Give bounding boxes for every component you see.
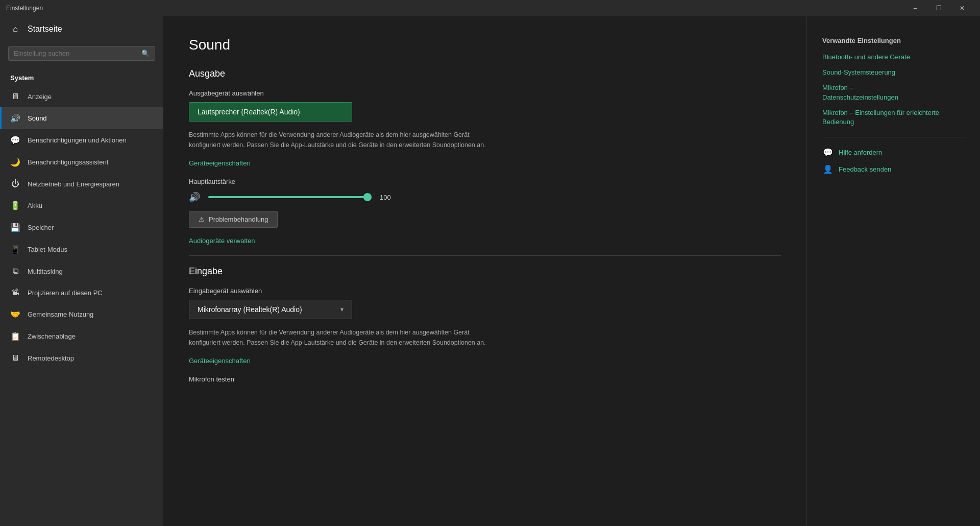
project-icon: 📽 xyxy=(10,288,20,297)
app-body: ⌂ Startseite 🔍 System 🖥 Anzeige 🔊 Sound … xyxy=(0,16,980,526)
sidebar-section-title: System xyxy=(0,69,163,86)
sidebar-item-gemeinsame[interactable]: 🤝 Gemeinsame Nutzung xyxy=(0,303,163,325)
volume-value: 100 xyxy=(380,194,395,201)
sidebar-item-label: Speicher xyxy=(28,224,54,231)
sidebar-item-label: Akku xyxy=(28,202,42,209)
slider-thumb[interactable] xyxy=(363,193,372,201)
sidebar-item-label: Projizieren auf diesen PC xyxy=(28,289,103,297)
right-panel: Verwandte Einstellungen Bluetooth- und a… xyxy=(806,16,980,526)
sidebar-item-label: Sound xyxy=(28,114,47,122)
sidebar-item-label: Gemeinsame Nutzung xyxy=(28,310,93,318)
feedback-link: Feedback senden xyxy=(839,165,891,173)
hilfe-link: Hilfe anfordern xyxy=(839,149,882,156)
sidebar-item-projizieren[interactable]: 📽 Projizieren auf diesen PC xyxy=(0,282,163,303)
problem-button[interactable]: ⚠ Problembehandlung xyxy=(189,211,278,228)
search-input[interactable] xyxy=(14,50,141,57)
sidebar-item-label: Remotedesktop xyxy=(28,354,74,362)
output-device-name: Lautsprecher (Realtek(R) Audio) xyxy=(198,108,300,116)
sidebar-item-benachrichtigungen[interactable]: 💬 Benachrichtigungen und Aktionen xyxy=(0,129,163,151)
page-title: Sound xyxy=(189,37,781,53)
volume-icon: 🔊 xyxy=(189,192,200,203)
sidebar-search-box[interactable]: 🔍 xyxy=(8,46,155,61)
display-icon: 🖥 xyxy=(10,92,20,101)
related-link-mikrofon-erleichtert[interactable]: Mikrofon – Einstellungen für erleichtert… xyxy=(822,108,965,127)
tablet-icon: 📱 xyxy=(10,245,20,254)
input-device-label: Eingabegerät auswählen xyxy=(189,287,781,295)
titlebar: Einstellungen – ❐ ✕ xyxy=(0,0,980,16)
volume-section: Hauptlautstärke 🔊 100 xyxy=(189,178,781,203)
related-action-feedback[interactable]: 👤 Feedback senden xyxy=(822,164,965,174)
sidebar-item-multitasking[interactable]: ⧉ Multitasking xyxy=(0,260,163,282)
input-device-properties-link[interactable]: Geräteeigenschaften xyxy=(189,357,251,365)
output-device-label: Ausgabegerät auswählen xyxy=(189,89,781,97)
search-icon: 🔍 xyxy=(141,50,150,57)
sharing-icon: 🤝 xyxy=(10,309,20,319)
minimize-button[interactable]: – xyxy=(903,0,927,16)
close-button[interactable]: ✕ xyxy=(950,0,974,16)
volume-slider[interactable] xyxy=(208,196,372,198)
sidebar: ⌂ Startseite 🔍 System 🖥 Anzeige 🔊 Sound … xyxy=(0,16,163,526)
sound-icon: 🔊 xyxy=(10,113,20,123)
related-divider xyxy=(822,137,965,137)
titlebar-title: Einstellungen xyxy=(6,5,903,12)
help-icon: 💬 xyxy=(822,148,834,157)
problem-button-label: Problembehandlung xyxy=(209,216,268,223)
assistant-icon: 🌙 xyxy=(10,157,20,167)
related-title: Verwandte Einstellungen xyxy=(822,37,965,44)
sidebar-item-zwischenablage[interactable]: 📋 Zwischenablage xyxy=(0,325,163,347)
sidebar-item-akku[interactable]: 🔋 Akku xyxy=(0,195,163,217)
chevron-down-icon: ▾ xyxy=(340,306,344,313)
feedback-icon: 👤 xyxy=(822,164,834,174)
sidebar-item-netzbetrieb[interactable]: ⏻ Netzbetrieb und Energiesparen xyxy=(0,173,163,195)
multitasking-icon: ⧉ xyxy=(10,267,20,276)
related-link-bluetooth[interactable]: Bluetooth- und andere Geräte xyxy=(822,53,965,62)
related-action-hilfe[interactable]: 💬 Hilfe anfordern xyxy=(822,148,965,157)
sidebar-item-speicher[interactable]: 💾 Speicher xyxy=(0,217,163,238)
input-description: Bestimmte Apps können für die Verwendung… xyxy=(189,327,495,348)
sidebar-home-label: Startseite xyxy=(28,25,62,34)
sidebar-item-label: Tablet-Modus xyxy=(28,246,67,253)
sidebar-item-label: Anzeige xyxy=(28,93,52,101)
input-device-name: Mikrofonarray (Realtek(R) Audio) xyxy=(198,305,302,314)
sidebar-item-label: Netzbetrieb und Energiesparen xyxy=(28,180,119,188)
related-link-mikrofon-datenschutz[interactable]: Mikrofon –Datenschutzeinstellungen xyxy=(822,83,965,102)
clipboard-icon: 📋 xyxy=(10,331,20,341)
sidebar-item-label: Benachrichtigungen und Aktionen xyxy=(28,136,127,144)
storage-icon: 💾 xyxy=(10,223,20,232)
warning-icon: ⚠ xyxy=(199,216,205,223)
notifications-icon: 💬 xyxy=(10,135,20,145)
sidebar-item-anzeige[interactable]: 🖥 Anzeige xyxy=(0,86,163,107)
battery-icon: 🔋 xyxy=(10,201,20,210)
volume-row: 🔊 100 xyxy=(189,192,781,203)
power-icon: ⏻ xyxy=(10,179,20,188)
sidebar-item-label: Zwischenablage xyxy=(28,332,76,340)
sidebar-item-benachrichtigungsassistent[interactable]: 🌙 Benachrichtigungsassistent xyxy=(0,151,163,173)
manage-audio-link[interactable]: Audiogeräte verwalten xyxy=(189,237,255,245)
sidebar-item-label: Benachrichtigungsassistent xyxy=(28,158,108,166)
sidebar-home[interactable]: ⌂ Startseite xyxy=(0,16,163,42)
volume-label: Hauptlautstärke xyxy=(189,178,781,185)
maximize-button[interactable]: ❐ xyxy=(927,0,950,16)
sidebar-item-sound[interactable]: 🔊 Sound xyxy=(0,107,163,129)
titlebar-controls: – ❐ ✕ xyxy=(903,0,974,16)
output-device-properties-link[interactable]: Geräteeigenschaften xyxy=(189,159,251,167)
home-icon: ⌂ xyxy=(10,25,20,34)
mic-test-label: Mikrofon testen xyxy=(189,375,781,383)
sidebar-item-remotedesktop[interactable]: 🖥 Remotedesktop xyxy=(0,347,163,369)
input-device-dropdown[interactable]: Mikrofonarray (Realtek(R) Audio) ▾ xyxy=(189,300,352,319)
remote-icon: 🖥 xyxy=(10,353,20,363)
sidebar-item-label: Multitasking xyxy=(28,268,63,275)
sidebar-item-tablet[interactable]: 📱 Tablet-Modus xyxy=(0,238,163,260)
slider-track xyxy=(208,196,372,198)
section-divider xyxy=(189,255,781,256)
related-link-sound-system[interactable]: Sound-Systemsteuerung xyxy=(822,68,965,77)
input-section-title: Eingabe xyxy=(189,266,781,277)
main-content: Sound Ausgabe Ausgabegerät auswählen Lau… xyxy=(163,16,806,526)
slider-fill xyxy=(208,196,372,198)
output-description: Bestimmte Apps können für die Verwendung… xyxy=(189,130,495,150)
output-device-box[interactable]: Lautsprecher (Realtek(R) Audio) xyxy=(189,102,352,122)
output-section-title: Ausgabe xyxy=(189,68,781,79)
